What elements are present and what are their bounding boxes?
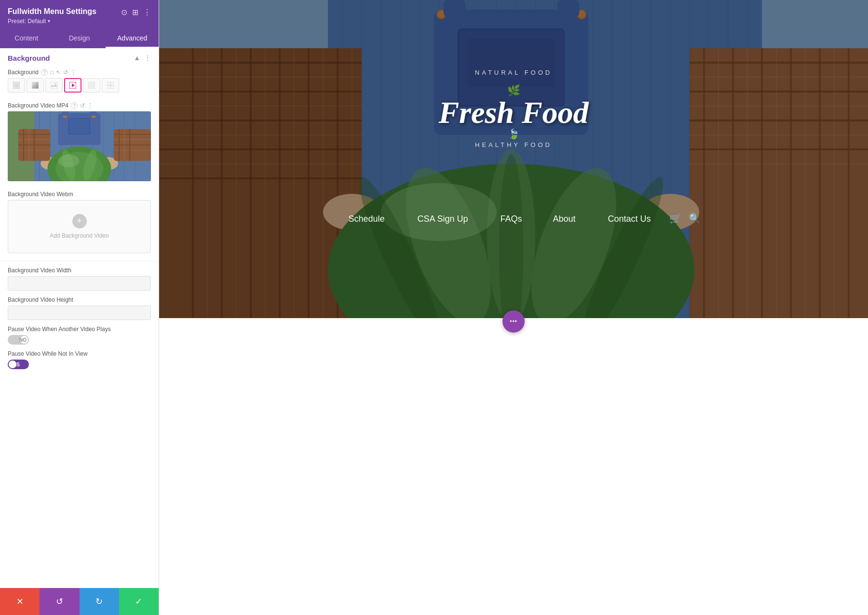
bg-type-mask-btn[interactable] xyxy=(83,78,100,93)
pause-not-in-view-label: Pause Video While Not In View xyxy=(8,350,151,357)
svg-rect-27 xyxy=(62,111,68,116)
svg-point-4 xyxy=(54,83,56,85)
bg-video-mp4-field: Background Video MP4 ? ↺ ⋮ xyxy=(0,99,159,188)
section-header: Background ▲ ⋮ xyxy=(0,48,159,66)
bg-mp4-help-icon[interactable]: ? xyxy=(71,102,78,109)
bg-type-gradient-btn[interactable] xyxy=(27,78,44,93)
svg-point-35 xyxy=(58,154,80,167)
bg-video-width-input[interactable] xyxy=(8,276,151,291)
pause-when-another-toggle[interactable]: NO xyxy=(8,335,29,345)
background-reset-icon[interactable]: ↺ xyxy=(63,69,68,76)
pause-not-in-view-toggle[interactable]: YES xyxy=(8,360,29,369)
pause-not-in-view-toggle-row: YES xyxy=(8,360,151,369)
layout-icon[interactable]: ⊞ xyxy=(132,8,138,17)
bg-mp4-reset-icon[interactable]: ↺ xyxy=(80,102,85,109)
panel-tabs: Content Design Advanced xyxy=(0,29,159,48)
svg-text:🍃: 🍃 xyxy=(508,128,520,140)
svg-text:CSA Sign Up: CSA Sign Up xyxy=(417,214,468,224)
bg-video-height-label: Background Video Height xyxy=(8,296,151,303)
pause-when-another-field: Pause Video When Another Video Plays NO xyxy=(0,323,159,348)
below-hero: ••• xyxy=(159,318,868,615)
preset-chevron-icon: ▾ xyxy=(48,18,50,24)
section-header-icons: ▲ ⋮ xyxy=(134,54,151,62)
background-more-icon[interactable]: ⋮ xyxy=(70,69,76,76)
svg-rect-28 xyxy=(90,111,96,116)
bg-video-height-input[interactable] xyxy=(8,306,151,320)
background-label: Background ? □ ↖ ↺ ⋮ xyxy=(8,69,151,76)
bottom-toolbar: ✕ ↺ ↻ ✓ xyxy=(0,588,159,615)
bg-type-pattern-btn[interactable] xyxy=(102,78,119,93)
bg-type-image-btn[interactable] xyxy=(45,78,63,93)
toggle-yes-label: YES xyxy=(10,361,20,367)
bg-video-webm-label: Background Video Webm xyxy=(8,191,151,198)
svg-rect-1 xyxy=(14,83,19,88)
bg-video-thumbnail[interactable] xyxy=(8,111,151,181)
upload-label: Add Background Video xyxy=(50,232,109,239)
focus-icon[interactable]: ⊙ xyxy=(121,8,127,17)
bg-type-video-btn[interactable] xyxy=(64,78,81,93)
svg-text:FAQs: FAQs xyxy=(500,214,522,224)
svg-text:🌿: 🌿 xyxy=(507,84,521,97)
tab-content[interactable]: Content xyxy=(0,29,53,48)
bg-video-width-field: Background Video Width xyxy=(0,264,159,294)
bg-video-webm-upload[interactable]: + Add Background Video xyxy=(8,200,151,253)
background-cursor-icon[interactable]: ↖ xyxy=(56,69,61,76)
tab-advanced[interactable]: Advanced xyxy=(106,29,159,48)
svg-rect-3 xyxy=(51,82,57,89)
svg-text:Schedule: Schedule xyxy=(348,214,384,224)
bg-video-width-label: Background Video Width xyxy=(8,267,151,274)
section-title: Background xyxy=(8,54,50,62)
svg-rect-137 xyxy=(159,0,868,318)
toggle-no-label: NO xyxy=(19,337,27,342)
svg-marker-6 xyxy=(72,83,75,87)
panel-title: Fullwidth Menu Settings xyxy=(8,7,96,17)
left-panel: Fullwidth Menu Settings Preset: Default … xyxy=(0,0,159,615)
panel-header: Fullwidth Menu Settings Preset: Default … xyxy=(0,0,159,29)
divider-1 xyxy=(0,261,159,261)
bg-video-height-field: Background Video Height xyxy=(0,294,159,323)
svg-text:About: About xyxy=(553,214,575,224)
panel-preset[interactable]: Preset: Default ▾ xyxy=(8,18,96,25)
bg-video-webm-field: Background Video Webm + Add Background V… xyxy=(0,188,159,258)
svg-text:NATURAL FOOD: NATURAL FOOD xyxy=(475,69,552,76)
bg-mp4-more-icon[interactable]: ⋮ xyxy=(87,102,93,109)
undo-button[interactable]: ↺ xyxy=(40,588,79,615)
background-help-icon[interactable]: ? xyxy=(41,69,48,76)
cancel-button[interactable]: ✕ xyxy=(0,588,40,615)
section-more-icon[interactable]: ⋮ xyxy=(144,54,151,62)
svg-text:Contact Us: Contact Us xyxy=(608,214,651,224)
svg-text:HEALTHY FOOD: HEALTHY FOOD xyxy=(475,141,552,148)
bg-video-mp4-label: Background Video MP4 ? ↺ ⋮ xyxy=(8,102,151,109)
pause-not-in-view-field: Pause Video While Not In View YES xyxy=(0,348,159,372)
panel-content: Background ▲ ⋮ Background ? □ ↖ ↺ ⋮ xyxy=(0,48,159,615)
svg-text:🛒: 🛒 xyxy=(669,213,681,224)
tab-design[interactable]: Design xyxy=(53,29,106,48)
svg-text:Fresh Food: Fresh Food xyxy=(438,95,589,130)
panel-header-icons: ⊙ ⊞ ⋮ xyxy=(121,8,151,17)
hero-area: NATURAL FOOD 🌿 Fresh Food 🍃 HEALTHY FOOD… xyxy=(159,0,868,318)
bg-type-color-btn[interactable] xyxy=(8,78,25,93)
more-options-icon[interactable]: ⋮ xyxy=(143,8,151,17)
section-collapse-icon[interactable]: ▲ xyxy=(134,54,140,62)
svg-text:🔍: 🔍 xyxy=(689,213,701,224)
background-desktop-icon[interactable]: □ xyxy=(50,69,54,76)
fab-button[interactable]: ••• xyxy=(502,310,525,333)
save-button[interactable]: ✓ xyxy=(119,588,159,615)
svg-rect-2 xyxy=(32,82,39,89)
pause-when-another-toggle-row: NO xyxy=(8,335,151,345)
pause-when-another-label: Pause Video When Another Video Plays xyxy=(8,326,151,333)
redo-button[interactable]: ↻ xyxy=(80,588,119,615)
svg-rect-24 xyxy=(69,119,90,134)
upload-plus-icon: + xyxy=(72,214,87,228)
right-panel: NATURAL FOOD 🌿 Fresh Food 🍃 HEALTHY FOOD… xyxy=(159,0,868,615)
background-field: Background ? □ ↖ ↺ ⋮ xyxy=(0,66,159,99)
bg-type-icons xyxy=(8,78,151,93)
